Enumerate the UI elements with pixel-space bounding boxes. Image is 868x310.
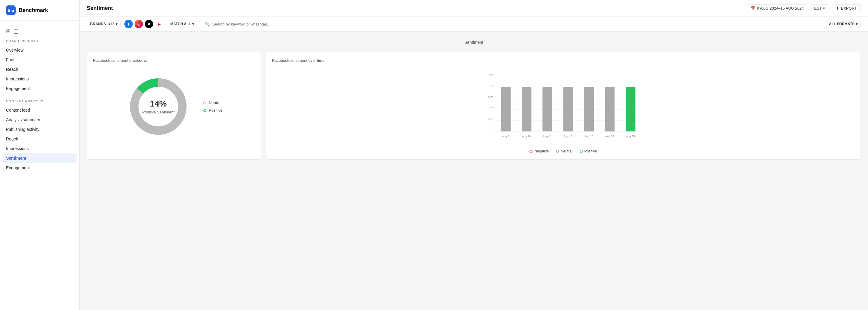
export-button[interactable]: ⬇ EXPORT — [832, 4, 861, 12]
svg-text:Aug 9: Aug 9 — [502, 135, 509, 138]
donut-legend: Neutral Positive — [203, 101, 222, 112]
svg-text:Aug 15: Aug 15 — [626, 135, 634, 138]
svg-text:Aug 14: Aug 14 — [605, 135, 614, 138]
brands-selector[interactable]: BRANDS 1/12 ▾ — [87, 20, 121, 28]
sidebar-item-impressions-content[interactable]: Impressions — [0, 144, 79, 153]
youtube-icon: ▶ — [158, 22, 161, 26]
date-range-text: 9 AUG 2024–15 AUG 2024 — [757, 6, 804, 10]
brand-insights-items: Overview Fans Reach Impressions Engageme… — [0, 45, 79, 93]
brands-label: BRANDS 1/12 — [90, 22, 115, 26]
bar-legend-neutral: Neutral — [556, 149, 572, 153]
svg-text:Aug 12: Aug 12 — [564, 135, 572, 138]
keyword-search-bar[interactable]: 🔍 — [201, 20, 823, 28]
svg-text:0.25: 0.25 — [488, 118, 493, 121]
app-logo: Bm — [6, 5, 16, 15]
bar-card-title: Facebook sentiment over time — [272, 58, 855, 63]
sidebar-item-engagement-content[interactable]: Engagement — [0, 163, 79, 173]
sidebar: Bm Benchmark ⊞ ◫ BRAND INSIGHTS Overview… — [0, 0, 80, 310]
donut-card-title: Facebook sentiment breakdown — [93, 58, 255, 63]
sidebar-content: ⊞ ◫ BRAND INSIGHTS Overview Fans Reach I… — [0, 21, 79, 310]
content-analysis-label: CONTENT ANALYSIS — [0, 99, 79, 105]
facebook-sentiment-over-time-card: Facebook sentiment over time 1.25 1 0.75… — [266, 52, 861, 160]
sidebar-item-analysis-summary[interactable]: Analysis summary — [0, 115, 79, 125]
sidebar-item-reach-content[interactable]: Reach — [0, 134, 79, 144]
download-icon: ⬇ — [836, 6, 839, 10]
svg-rect-19 — [584, 87, 594, 132]
svg-text:1.25: 1.25 — [488, 73, 493, 76]
date-range-picker[interactable]: 📅 9 AUG 2024–15 AUG 2024 — [747, 4, 807, 12]
donut-percent: 14% — [142, 99, 175, 109]
grid-icon[interactable]: ⊞ — [6, 28, 10, 35]
negative-legend-label: Negative — [534, 149, 549, 153]
twitter-x-icon: ✕ — [148, 22, 151, 26]
all-formats-selector[interactable]: ALL FORMATS ▾ — [826, 20, 861, 28]
sidebar-item-publishing-activity[interactable]: Publishing activity — [0, 125, 79, 134]
svg-text:0.5: 0.5 — [490, 107, 493, 110]
bar-legend-negative: Negative — [529, 149, 549, 153]
charts-row: Facebook sentiment breakdown 14% — [87, 52, 861, 160]
main-content: Sentiment 📅 9 AUG 2024–15 AUG 2024 EST ▾… — [80, 0, 868, 310]
twitter-filter[interactable]: ✕ — [145, 20, 153, 28]
sidebar-item-sentiment[interactable]: Sentiment — [2, 153, 77, 163]
brand-insights-label: BRAND INSIGHTS — [0, 39, 79, 45]
positive-label: Positive — [209, 108, 222, 112]
instagram-icon: ◎ — [137, 22, 140, 26]
search-icon: 🔍 — [205, 22, 210, 26]
chevron-down-icon-brands: ▾ — [116, 22, 118, 26]
svg-text:Aug 13: Aug 13 — [585, 135, 593, 138]
youtube-filter[interactable]: ▶ — [155, 20, 163, 28]
page-title: Sentiment — [87, 5, 113, 11]
donut-chart: 14% Positive Sentiment — [125, 73, 191, 140]
bar-chart-legend: Negative Neutral Positive — [272, 149, 855, 153]
formats-label: ALL FORMATS — [829, 22, 855, 26]
calendar-icon: 📅 — [750, 6, 755, 10]
facebook-filter[interactable]: f — [124, 20, 133, 28]
sidebar-header: Bm Benchmark — [0, 0, 79, 21]
sidebar-item-impressions-brand[interactable]: Impressions — [0, 74, 79, 84]
legend-item-positive: Positive — [203, 108, 222, 112]
svg-text:1: 1 — [492, 84, 493, 88]
positive-dot — [203, 109, 206, 112]
svg-rect-16 — [522, 87, 531, 132]
social-platform-filters: f ◎ ✕ ▶ — [124, 20, 163, 28]
topbar-left: Sentiment — [87, 5, 113, 11]
facebook-icon: f — [128, 22, 129, 26]
positive-legend-dot — [580, 150, 583, 153]
match-all-selector[interactable]: MATCH ALL ▾ — [167, 20, 197, 28]
legend-item-neutral: Neutral — [203, 101, 222, 105]
export-label: EXPORT — [841, 6, 857, 10]
match-label: MATCH ALL — [170, 22, 191, 26]
filterbar: BRANDS 1/12 ▾ f ◎ ✕ ▶ MATCH ALL ▾ 🔍 — [80, 17, 868, 32]
svg-rect-17 — [542, 87, 552, 132]
svg-text:Aug 11: Aug 11 — [543, 135, 552, 138]
content-analysis-section: CONTENT ANALYSIS Content feed Analysis s… — [0, 99, 79, 173]
search-input[interactable] — [212, 22, 818, 26]
svg-rect-20 — [605, 87, 615, 132]
sidebar-item-content-feed[interactable]: Content feed — [0, 105, 79, 115]
sidebar-item-reach-brand[interactable]: Reach — [0, 65, 79, 74]
svg-text:0: 0 — [492, 129, 493, 132]
chevron-down-icon-match: ▾ — [192, 22, 194, 26]
neutral-label: Neutral — [209, 101, 221, 105]
sidebar-item-overview[interactable]: Overview — [0, 45, 79, 55]
svg-rect-18 — [563, 87, 573, 132]
instagram-filter[interactable]: ◎ — [134, 20, 143, 28]
donut-sublabel: Positive Sentiment — [142, 110, 175, 114]
collapse-icon[interactable]: ◫ — [13, 28, 19, 35]
bar-legend-positive: Positive — [580, 149, 597, 153]
svg-rect-15 — [501, 87, 510, 132]
positive-legend-label: Positive — [585, 149, 597, 153]
topbar-right: 📅 9 AUG 2024–15 AUG 2024 EST ▾ ⬇ EXPORT — [747, 4, 861, 12]
sidebar-item-fans[interactable]: Fans — [0, 55, 79, 65]
content-area: Sentiment Facebook sentiment breakdown — [80, 32, 868, 310]
timezone-text: EST — [814, 6, 822, 10]
timezone-selector[interactable]: EST ▾ — [811, 4, 828, 12]
sentiment-section-header: Sentiment — [87, 37, 861, 47]
neutral-dot — [203, 101, 206, 104]
bar-chart-svg: 1.25 1 0.75 0.5 0.25 0 — [272, 71, 855, 142]
sidebar-item-engagement-brand[interactable]: Engagement — [0, 84, 79, 93]
chevron-down-icon: ▾ — [823, 6, 825, 10]
neutral-legend-dot — [556, 150, 559, 153]
donut-label: 14% Positive Sentiment — [142, 99, 175, 114]
svg-text:0.75: 0.75 — [488, 96, 493, 99]
